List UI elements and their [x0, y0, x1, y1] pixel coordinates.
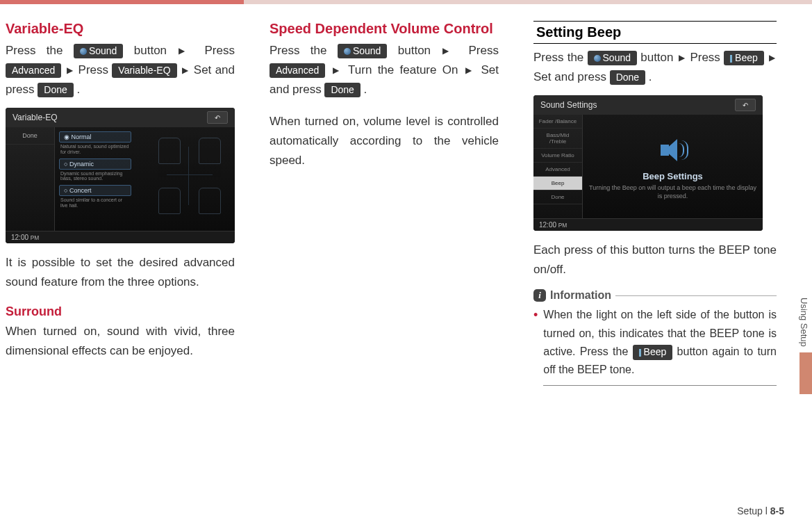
beep-button[interactable]: Beep	[724, 51, 764, 66]
beep-screenshot: Sound Settings ↶ Fader /Balance Bass/Mid…	[533, 95, 763, 231]
option-dynamic[interactable]: ○ Dynamic	[59, 158, 131, 170]
variable-eq-screenshot: Variable-EQ ↶ Done ◉ Normal Natural soun…	[6, 108, 235, 243]
sound-button[interactable]: Sound	[338, 44, 387, 59]
sidebar-item-advanced[interactable]: Advanced	[533, 163, 582, 177]
column-variable-eq: Variable-EQ Press the Sound button ▶ Pre…	[6, 21, 235, 386]
clock-display: 12:00 PM	[533, 218, 763, 231]
side-tab-label: Using Setup	[796, 292, 812, 352]
info-bullet: • When the light on the left side of the…	[533, 306, 777, 386]
beep-description: Each press of this button turns the BEEP…	[533, 241, 777, 279]
heading-surround: Surround	[6, 304, 235, 319]
side-tab: Using Setup	[796, 292, 812, 394]
information-heading: i Information	[533, 289, 777, 302]
sidebar-item-done[interactable]: Done	[533, 190, 582, 204]
beep-settings-title: Beep Settings	[643, 171, 703, 181]
heading-setting-beep: Setting Beep	[533, 21, 777, 44]
indicator-icon	[730, 55, 732, 63]
arrow-icon: ▶	[67, 65, 74, 75]
speaker-icon	[656, 133, 690, 167]
screenshot-main: Beep Settings Turning the Beep on will o…	[583, 115, 763, 219]
beep-button[interactable]: Beep	[633, 345, 673, 360]
advanced-button[interactable]: Advanced	[6, 63, 61, 79]
sdvc-description: When turned on, volume level is controll…	[270, 112, 499, 170]
arrow-icon: ▶	[442, 46, 456, 56]
surround-description: When turned on, sound with vivid, three …	[6, 322, 235, 361]
done-sidebar-button[interactable]: Done	[6, 127, 54, 145]
heading-variable-eq: Variable-EQ	[6, 21, 235, 37]
arrow-icon: ▶	[182, 65, 189, 75]
sound-button[interactable]: Sound	[74, 44, 123, 59]
bullet-icon: •	[533, 306, 538, 386]
instruction-sdvc: Press the Sound button ▶ Press Advanced …	[270, 41, 499, 99]
instruction-beep: Press the Sound button ▶ Press Beep ▶ Se…	[533, 48, 777, 87]
sidebar-item-volume[interactable]: Volume Ratio	[533, 149, 582, 163]
option-normal[interactable]: ◉ Normal	[59, 131, 131, 143]
sidebar-item-fader[interactable]: Fader /Balance	[533, 115, 582, 129]
info-icon: i	[533, 289, 546, 302]
page-content: Variable-EQ Press the Sound button ▶ Pre…	[0, 4, 812, 386]
sound-icon	[80, 48, 87, 55]
column-beep: Setting Beep Press the Sound button ▶ Pr…	[533, 21, 777, 386]
sidebar-item-bass[interactable]: Bass/Mid /Treble	[533, 129, 582, 149]
sidebar-item-beep[interactable]: Beep	[533, 177, 582, 190]
page-footer: Setup l 8-5	[737, 505, 784, 516]
done-button[interactable]: Done	[610, 70, 645, 86]
column-sdvc: Speed Dependent Volume Control Press the…	[270, 21, 499, 386]
variable-eq-description: It is possible to set the desired advanc…	[6, 253, 235, 292]
screenshot-sidebar: Fader /Balance Bass/Mid /Treble Volume R…	[533, 115, 583, 219]
sound-button[interactable]: Sound	[588, 51, 637, 66]
heading-sdvc: Speed Dependent Volume Control	[270, 21, 499, 37]
screenshot-main: ◉ Normal Natural sound, sound optimized …	[55, 127, 235, 231]
info-text: When the light on the left side of the b…	[543, 306, 777, 386]
divider	[615, 295, 777, 296]
back-icon[interactable]: ↶	[735, 99, 756, 111]
arrow-icon: ▶	[465, 65, 474, 75]
instruction-variable-eq: Press the Sound button ▶ Press Advanced …	[6, 41, 235, 99]
sound-icon	[344, 48, 351, 55]
clock-display: 12:00 PM	[6, 231, 235, 243]
sound-icon	[594, 55, 601, 62]
advanced-button[interactable]: Advanced	[270, 63, 325, 79]
screenshot-sidebar: Done	[6, 127, 55, 231]
arrow-icon: ▶	[179, 46, 192, 56]
option-concert[interactable]: ○ Concert	[59, 185, 131, 196]
seat-diagram	[151, 134, 228, 218]
arrow-icon: ▶	[333, 65, 342, 75]
done-button[interactable]: Done	[324, 83, 360, 98]
arrow-icon: ▶	[769, 53, 775, 63]
side-tab-marker	[799, 352, 812, 394]
back-icon[interactable]: ↶	[207, 111, 228, 124]
indicator-icon	[639, 349, 641, 357]
done-button[interactable]: Done	[38, 83, 73, 98]
screenshot-titlebar: Variable-EQ ↶	[6, 108, 235, 127]
screenshot-titlebar: Sound Settings ↶	[533, 95, 763, 115]
beep-settings-desc: Turning the Beep on will output a beep e…	[588, 184, 757, 200]
arrow-icon: ▶	[679, 53, 685, 63]
variable-eq-button[interactable]: Variable-EQ	[112, 63, 176, 79]
